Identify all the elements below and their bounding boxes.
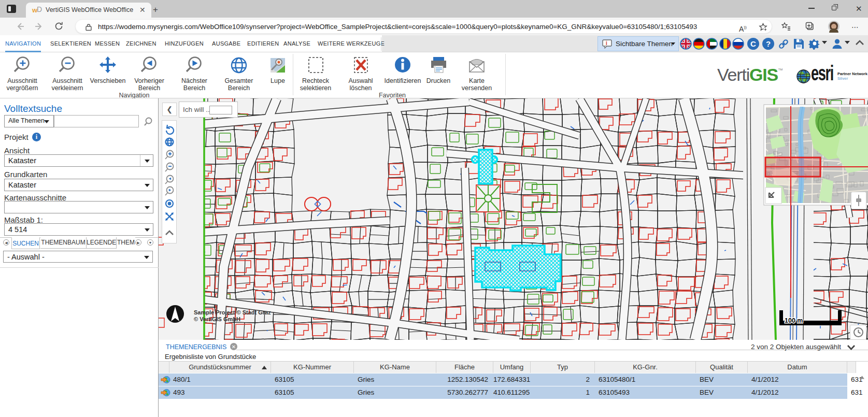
- svg-text:© VertiGIS GmbH: © VertiGIS GmbH: [194, 316, 240, 322]
- svg-text:100 m: 100 m: [785, 317, 803, 324]
- svg-text:i: i: [606, 40, 607, 46]
- svg-text:Sample Project © Stadt Graz: Sample Project © Stadt Graz: [194, 309, 271, 315]
